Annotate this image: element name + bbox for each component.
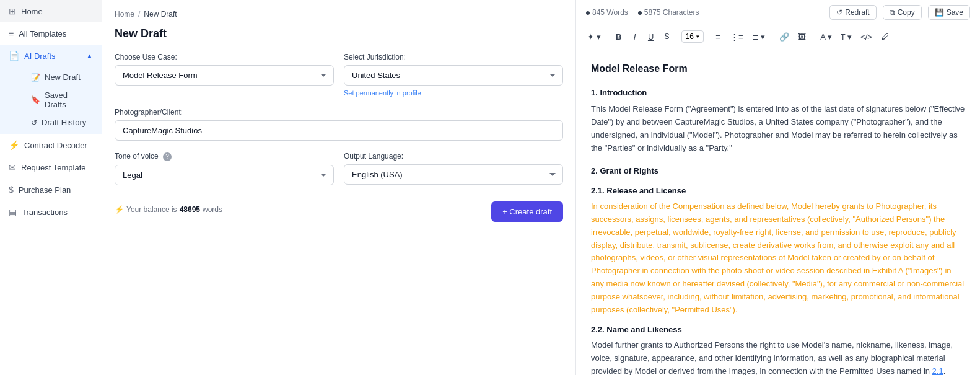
- sidebar-item-draft-history[interactable]: ↺ Draft History: [26, 113, 93, 131]
- form-row-client: Photographer/Client:: [115, 108, 563, 141]
- dot-icon2: [638, 11, 642, 15]
- use-case-select[interactable]: Model Release Form: [115, 65, 334, 86]
- form-row-use-case-jurisdiction: Choose Use Case: Model Release Form Sele…: [115, 53, 563, 97]
- toolbar-separator-3: [707, 31, 707, 42]
- section1-title: 1. Introduction: [591, 87, 965, 100]
- save-button[interactable]: 💾 Save: [928, 5, 970, 20]
- section2-title: 2. Grant of Rights: [591, 165, 965, 178]
- use-case-group: Choose Use Case: Model Release Form: [115, 53, 334, 97]
- sidebar-item-saved-drafts[interactable]: 🔖 Saved Drafts: [26, 86, 93, 113]
- balance-info: ⚡ Your balance is 48695 words: [115, 205, 222, 214]
- sidebar-item-purchase-plan[interactable]: $ Purchase Plan: [0, 179, 102, 201]
- list-icon: ≡: [9, 29, 14, 38]
- sidebar-item-request-template[interactable]: ✉ Request Template: [0, 156, 102, 179]
- toolbar-separator-5: [813, 31, 813, 42]
- copy-button[interactable]: ⧉ Copy: [883, 5, 922, 20]
- left-panel: Home / New Draft New Draft Choose Use Ca…: [102, 0, 576, 375]
- sidebar: ⊞ Home ≡ All Templates 📄 AI Drafts ▲ 📝 N…: [0, 0, 102, 375]
- chevron-up-icon: ▲: [86, 52, 93, 60]
- jurisdiction-group: Select Jurisdiction: United States Set p…: [344, 53, 563, 97]
- breadcrumb-home[interactable]: Home: [115, 10, 134, 19]
- sidebar-item-new-draft[interactable]: 📝 New Draft: [26, 68, 93, 86]
- draft-history-icon: ↺: [31, 118, 37, 127]
- redraft-icon: ↺: [836, 8, 842, 17]
- breadcrumb: Home / New Draft: [115, 10, 563, 19]
- breadcrumb-current: New Draft: [144, 10, 177, 19]
- output-lang-group: Output Language: English (USA): [344, 152, 563, 185]
- tone-group: Tone of voice ? Legal: [115, 152, 334, 185]
- save-icon: 💾: [935, 8, 944, 17]
- section22-title: 2.2. Name and Likeness: [591, 324, 965, 337]
- main-content: Home / New Draft New Draft Choose Use Ca…: [102, 0, 980, 375]
- ai-tools-btn[interactable]: ✦ ▾: [584, 29, 605, 44]
- font-size-selector[interactable]: 16 ▾: [681, 30, 704, 43]
- section22-para: Model further grants to Authorized Perso…: [591, 339, 965, 375]
- ai-drafts-icon: 📄: [9, 51, 19, 61]
- create-draft-button[interactable]: + Create draft: [491, 201, 563, 222]
- dollar-icon: $: [9, 185, 14, 195]
- mail-icon: ✉: [9, 162, 16, 172]
- right-panel: 845 Words 5875 Characters ↺ Redraft ⧉ Co…: [576, 0, 980, 375]
- page-title: New Draft: [115, 27, 563, 40]
- underline-btn[interactable]: U: [644, 29, 658, 44]
- bolt-icon: ⚡: [9, 140, 19, 150]
- jurisdiction-label: Select Jurisdiction:: [344, 53, 563, 61]
- ordered-list-btn[interactable]: ⋮≡: [727, 29, 747, 44]
- editor-toolbar: ✦ ▾ B I U S 16 ▾ ≡ ⋮≡ ≣ ▾ 🔗 🖼 A ▾: [576, 25, 980, 48]
- code-btn[interactable]: </>: [857, 29, 876, 44]
- tone-label: Tone of voice ?: [115, 152, 334, 161]
- bottom-row: ⚡ Your balance is 48695 words + Create d…: [115, 196, 563, 222]
- italic-btn[interactable]: I: [628, 29, 642, 44]
- client-input[interactable]: [115, 120, 563, 141]
- editor-content-area[interactable]: Model Release Form 1. Introduction This …: [576, 48, 980, 375]
- toolbar-separator-2: [678, 31, 678, 42]
- word-count: 845 Words: [586, 8, 628, 17]
- output-lang-select[interactable]: English (USA): [344, 164, 563, 185]
- link-btn[interactable]: 🔗: [776, 29, 793, 44]
- editor-topbar: 845 Words 5875 Characters ↺ Redraft ⧉ Co…: [576, 0, 980, 25]
- char-count: 5875 Characters: [638, 8, 699, 17]
- new-draft-icon: 📝: [31, 73, 40, 82]
- breadcrumb-separator: /: [138, 10, 140, 19]
- section21-title: 2.1. Release and License: [591, 185, 965, 198]
- font-color-btn[interactable]: A ▾: [816, 29, 836, 44]
- image-btn[interactable]: 🖼: [794, 29, 810, 44]
- sidebar-item-contract-decoder[interactable]: ⚡ Contract Decoder: [0, 134, 102, 156]
- editor-actions: ↺ Redraft ⧉ Copy 💾 Save: [829, 5, 970, 20]
- transactions-icon: ▤: [9, 207, 17, 217]
- editor-stats: 845 Words 5875 Characters: [586, 8, 699, 17]
- doc-title: Model Release Form: [591, 61, 965, 77]
- client-label: Photographer/Client:: [115, 108, 563, 117]
- toolbar-separator-1: [608, 31, 608, 42]
- client-group: Photographer/Client:: [115, 108, 563, 141]
- form-row-tone-language: Tone of voice ? Legal Output Language: E…: [115, 152, 563, 185]
- home-icon: ⊞: [9, 6, 16, 16]
- jurisdiction-select[interactable]: United States: [344, 65, 563, 86]
- bolt-icon: ⚡: [115, 205, 124, 214]
- bold-btn[interactable]: B: [611, 29, 626, 44]
- sidebar-item-ai-drafts[interactable]: 📄 AI Drafts ▲ 📝 New Draft 🔖 Saved Drafts…: [0, 45, 102, 134]
- sidebar-item-transactions[interactable]: ▤ Transactions: [0, 201, 102, 223]
- sidebar-item-home[interactable]: ⊞ Home: [0, 0, 102, 22]
- copy-icon: ⧉: [890, 8, 895, 17]
- toolbar-separator-4: [772, 31, 772, 42]
- ai-drafts-submenu: 📝 New Draft 🔖 Saved Drafts ↺ Draft Histo…: [9, 66, 93, 131]
- use-case-label: Choose Use Case:: [115, 53, 334, 61]
- dot-icon: [586, 11, 590, 15]
- sidebar-item-all-templates[interactable]: ≡ All Templates: [0, 22, 102, 45]
- align-btn[interactable]: ≣ ▾: [748, 29, 769, 44]
- section21-para: In consideration of the Compensation as …: [591, 200, 965, 316]
- text-format-btn[interactable]: T ▾: [837, 29, 855, 44]
- highlight-btn[interactable]: 🖊: [877, 29, 893, 44]
- chevron-down-icon: ▾: [696, 33, 699, 40]
- set-permanently-link[interactable]: Set permanently in profile: [344, 89, 563, 97]
- output-lang-label: Output Language:: [344, 152, 563, 161]
- bullet-list-btn[interactable]: ≡: [711, 29, 725, 44]
- section-link-21[interactable]: 2.1: [932, 366, 943, 375]
- saved-drafts-icon: 🔖: [31, 95, 40, 104]
- strikethrough-btn[interactable]: S: [660, 29, 675, 44]
- section1-para: This Model Release Form ("Agreement") is…: [591, 103, 965, 154]
- redraft-button[interactable]: ↺ Redraft: [829, 5, 876, 20]
- tone-info-icon: ?: [163, 152, 172, 161]
- tone-select[interactable]: Legal: [115, 165, 334, 185]
